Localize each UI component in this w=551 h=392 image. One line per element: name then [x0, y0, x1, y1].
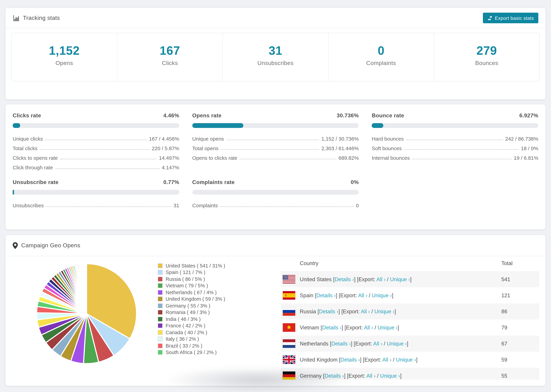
metric-row: Internal bounces19 / 6.81% — [372, 151, 538, 161]
export-prefix: Export: — [348, 373, 365, 378]
legend-swatch-icon — [158, 263, 162, 268]
legend-item: Vietnam ( 79 / 5% ) — [158, 282, 225, 289]
country-name: Spain — [300, 292, 313, 298]
legend-swatch-icon — [158, 323, 162, 328]
legend-item: South Africa ( 29 / 2% ) — [158, 349, 225, 356]
ru-flag-icon — [283, 307, 295, 316]
export-unique-link[interactable]: Unique › — [372, 292, 392, 298]
column-header-country: Country — [300, 260, 501, 266]
geo-table-row: Germany [Details ›] [Export: All › / Uni… — [281, 368, 539, 380]
progress-fill — [13, 190, 14, 195]
legend-label: Italy ( 36 / 2% ) — [166, 336, 199, 342]
us-flag-icon — [283, 275, 295, 284]
legend-swatch-icon — [158, 350, 162, 355]
page-title: Tracking stats — [23, 14, 60, 21]
export-unique-link[interactable]: Unique › — [374, 308, 395, 314]
details-link[interactable]: Details › — [325, 373, 344, 378]
geo-table-header-row: Country Total — [281, 256, 539, 271]
metric-value: 18 / 0% — [521, 145, 538, 151]
export-unique-link[interactable]: Unique › — [396, 357, 416, 362]
metric-row: Click through rate4.147% — [13, 161, 179, 170]
total-value: 86 — [501, 308, 539, 315]
export-unique-link[interactable]: Unique › — [387, 341, 407, 346]
metric-row: Complaints0 — [192, 199, 359, 208]
export-unique-link[interactable]: Unique › — [377, 324, 397, 330]
legend-item: United Kingdom ( 59 / 3% ) — [158, 296, 225, 302]
metric-value: 1,152 / 30.736% — [321, 136, 359, 142]
rate-panel-title: Opens rate — [192, 112, 221, 119]
export-prefix: Export: — [364, 357, 381, 362]
export-all-link[interactable]: All › — [373, 341, 382, 346]
rate-panel-value: 30.736% — [337, 112, 359, 119]
summary-stats-strip: 1,152Opens167Clicks31Unsubscribes0Compla… — [11, 33, 540, 81]
stat-box-complaints: 0Complaints — [329, 33, 434, 81]
metric-row: Unsubscribes31 — [13, 199, 179, 208]
stat-value: 1,152 — [12, 44, 117, 57]
geo-table-body: United States [Details ›] [Export: All ›… — [281, 271, 539, 380]
stat-label: Unsubscribes — [223, 60, 328, 67]
legend-label: Spain ( 121 / 7% ) — [166, 270, 205, 275]
metric-label: Soft bounces — [372, 145, 402, 151]
rate-panel-value: 6.927% — [519, 112, 538, 119]
export-all-link[interactable]: All › — [376, 276, 386, 282]
export-prefix: Export: — [359, 276, 375, 282]
export-unique-link[interactable]: Unique › — [390, 276, 410, 282]
export-all-link[interactable]: All › — [366, 373, 375, 378]
legend-label: United Kingdom ( 59 / 3% ) — [166, 296, 225, 302]
dotted-leader — [46, 206, 171, 207]
geo-opens-table: Country Total United States [Details ›] … — [281, 256, 539, 380]
details-link[interactable]: Details › — [319, 308, 339, 314]
rate-panel-complaints-rate: Complaints rate0%Complaints0 — [192, 179, 359, 208]
geo-opens-title: Campaign Geo Opens — [21, 242, 80, 249]
metric-label: Unique clicks — [13, 136, 43, 142]
geo-table-row: United Kingdom [Details ›] [Export: All … — [281, 352, 539, 368]
export-all-link[interactable]: All › — [361, 308, 370, 314]
export-unique-link[interactable]: Unique › — [380, 373, 400, 378]
geo-opens-pie-chart — [35, 262, 138, 365]
es-flag-icon — [283, 291, 295, 300]
legend-label: Russia ( 86 / 5% ) — [166, 276, 205, 282]
progress-track — [13, 123, 179, 128]
details-link[interactable]: Details › — [331, 341, 351, 346]
country-name: Netherlands — [300, 341, 328, 346]
rates-grid: Clicks rate4.46%Unique clicks167 / 4.456… — [13, 112, 538, 208]
dotted-leader — [412, 159, 511, 159]
legend-item: Canada ( 40 / 2% ) — [158, 329, 225, 336]
export-all-link[interactable]: All › — [358, 292, 367, 298]
progress-fill — [13, 123, 20, 128]
progress-fill — [372, 123, 383, 128]
stat-label: Opens — [12, 60, 117, 67]
dotted-leader — [60, 159, 156, 159]
export-basic-stats-button[interactable]: Export basic stats — [483, 13, 538, 23]
rate-panel-title: Bounce rate — [372, 112, 404, 119]
export-all-link[interactable]: All › — [382, 357, 391, 362]
legend-label: Brazil ( 33 / 2% ) — [166, 343, 202, 349]
details-link[interactable]: Details › — [335, 276, 354, 282]
metric-value: 14.497% — [159, 155, 179, 161]
pie-slice — [86, 264, 87, 314]
metric-row: Unique opens1,152 / 30.736% — [192, 132, 359, 142]
total-value: 55 — [501, 373, 539, 379]
metric-label: Total clicks — [13, 145, 37, 151]
total-value: 121 — [501, 292, 539, 298]
country-name: Russia — [300, 308, 316, 314]
metric-label: Internal bounces — [372, 155, 410, 161]
legend-item: Brazil ( 33 / 2% ) — [158, 343, 225, 349]
country-name: United States — [300, 276, 332, 282]
dotted-leader — [404, 149, 518, 150]
metric-value: 31 — [174, 203, 179, 208]
rate-panel-clicks-rate: Clicks rate4.46%Unique clicks167 / 4.456… — [13, 112, 179, 170]
legend-item: Germany ( 55 / 3% ) — [158, 302, 225, 309]
legend-label: India ( 46 / 3% ) — [166, 316, 201, 322]
export-all-link[interactable]: All › — [364, 324, 373, 330]
details-link[interactable]: Details › — [316, 292, 336, 298]
metric-label: Clicks to opens rate — [13, 155, 58, 161]
legend-item: United States ( 541 / 31% ) — [158, 262, 225, 269]
legend-label: Vietnam ( 79 / 5% ) — [166, 283, 208, 288]
metric-value: 242 / 86.738% — [505, 136, 538, 142]
geo-table-row: Russia [Details ›] [Export: All › / Uniq… — [281, 303, 539, 320]
legend-item: France ( 42 / 2% ) — [158, 322, 225, 329]
rate-panel-title: Unsubscribe rate — [13, 179, 58, 185]
details-link[interactable]: Details › — [340, 357, 360, 362]
details-link[interactable]: Details › — [322, 324, 342, 330]
